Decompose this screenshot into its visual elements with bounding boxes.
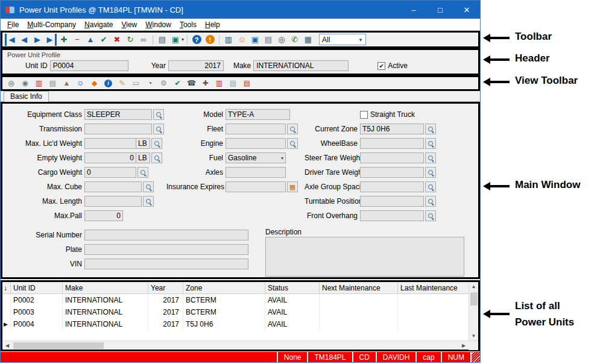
cargo-weight-lookup-button[interactable] — [137, 167, 148, 178]
make-field[interactable]: INTERNATIONAL — [253, 60, 349, 71]
edit-record-icon[interactable]: ▲ — [84, 34, 96, 46]
scroll-right-icon[interactable]: ▶ — [459, 341, 469, 350]
fleet-lookup-button[interactable] — [287, 124, 298, 134]
axle-group-spacing-lookup-button[interactable] — [425, 181, 436, 192]
user-icon[interactable]: ☺ — [236, 34, 248, 46]
wheelbase-lookup-button[interactable] — [425, 138, 436, 149]
column-header-unit-id[interactable]: Unit ID — [11, 282, 63, 293]
steer-tare-weight-field[interactable] — [360, 152, 424, 163]
terminal-icon[interactable]: ▥ — [223, 34, 235, 46]
column-header-last-maintenance[interactable]: Last Maintenance — [398, 282, 469, 293]
menu-help[interactable]: Help — [201, 20, 224, 29]
close-button[interactable]: ✕ — [453, 1, 480, 19]
menu-navigate[interactable]: Navigate — [80, 20, 117, 29]
about-icon[interactable]: ! — [204, 34, 216, 46]
preview-icon[interactable]: ◉ — [20, 78, 30, 89]
last-record-icon[interactable]: ▶ — [45, 34, 57, 46]
maintenance-icon[interactable]: ✚ — [200, 78, 210, 89]
empty-weight-lookup-button[interactable] — [151, 152, 162, 163]
axle-group-spacing-field[interactable] — [360, 181, 424, 192]
menu-file[interactable]: File — [3, 20, 23, 29]
list-row-p0004-current[interactable]: ▶ P0004 INTERNATIONAL 2017 T5J 0H6 AVAIL — [2, 318, 469, 330]
fuel-dropdown[interactable]: Gasoline▾ — [226, 152, 286, 163]
menu-window[interactable]: Window — [141, 20, 175, 29]
horizontal-scrollbar[interactable]: ◀ ▶ — [2, 340, 478, 350]
year-field[interactable]: 2017 — [168, 60, 224, 71]
turntable-position-lookup-button[interactable] — [425, 196, 436, 207]
tab-basic-info[interactable]: Basic Info — [4, 91, 49, 102]
resize-grip[interactable] — [470, 352, 480, 362]
link-icon[interactable]: ∞ — [137, 34, 150, 46]
serial-number-field[interactable] — [84, 230, 248, 240]
filter-combobox[interactable]: All ▾ — [319, 34, 366, 45]
menu-multi-company[interactable]: Multi-Company — [23, 20, 80, 29]
cargo-weight-field[interactable]: 0 — [84, 167, 136, 178]
print-icon[interactable]: ▤ — [156, 34, 168, 46]
truck-icon[interactable]: ▥ — [34, 78, 44, 89]
max-cube-lookup-button[interactable] — [143, 181, 154, 192]
drivers-icon[interactable]: ☺ — [75, 78, 86, 89]
fax-icon[interactable]: ▤ — [262, 34, 274, 46]
scroll-up-icon[interactable]: ▲ — [469, 282, 479, 291]
call-icon[interactable]: ✆ — [289, 34, 301, 46]
straight-truck-checkbox[interactable] — [360, 111, 368, 119]
transmission-field[interactable] — [84, 124, 152, 134]
display-options-caret-icon[interactable]: ▾ — [182, 37, 184, 42]
engine-field[interactable] — [226, 138, 286, 149]
search-icon[interactable]: ◎ — [6, 78, 16, 89]
equipment-class-field[interactable]: SLEEPER — [84, 109, 152, 120]
front-overhang-field[interactable] — [360, 210, 424, 221]
column-header-make[interactable]: Make — [63, 282, 148, 293]
model-field[interactable]: TYPE-A — [226, 109, 290, 120]
timer-icon[interactable]: ◔ — [145, 78, 155, 89]
max-licd-weight-lookup-button[interactable] — [151, 138, 162, 149]
next-record-icon[interactable]: ▶ — [31, 34, 43, 46]
phone-icon[interactable]: ☎ — [186, 78, 197, 89]
info-icon[interactable]: i — [103, 78, 113, 89]
trailer-icon[interactable]: ▭ — [131, 78, 141, 89]
maximize-button[interactable]: □ — [427, 1, 453, 19]
steer-tare-weight-lookup-button[interactable] — [425, 152, 436, 163]
current-zone-field[interactable]: T5J 0H6 — [360, 124, 424, 134]
horizontal-scroll-thumb[interactable] — [13, 342, 104, 349]
active-checkbox[interactable]: ✔ — [377, 62, 385, 70]
insurance-expires-datepicker-button[interactable]: ▦ — [287, 181, 298, 192]
max-cube-field[interactable] — [84, 181, 142, 192]
list-row-p0002[interactable]: P0002 INTERNATIONAL 2017 BCTERM AVAIL — [2, 294, 469, 306]
menu-tools[interactable]: Tools — [175, 20, 201, 29]
max-length-field[interactable] — [84, 196, 142, 207]
first-record-icon[interactable]: ◀ — [5, 34, 17, 46]
transmission-lookup-button[interactable] — [153, 124, 164, 134]
previous-record-icon[interactable]: ◀ — [18, 34, 30, 46]
vertical-scrollbar[interactable]: ▲ ▼ — [469, 282, 478, 340]
pdf-icon[interactable]: ▤ — [242, 78, 252, 89]
column-header-next-maintenance[interactable]: Next Maintenance — [320, 282, 398, 293]
vertical-scroll-thumb[interactable] — [470, 292, 478, 306]
max-length-lookup-button[interactable] — [143, 196, 154, 207]
max-pall-field[interactable]: 0 — [84, 210, 123, 221]
description-textarea[interactable] — [265, 237, 464, 277]
save-icon[interactable]: ▦ — [302, 34, 314, 46]
vin-field[interactable] — [84, 259, 248, 269]
equipment-class-lookup-button[interactable] — [153, 109, 164, 120]
refresh-icon[interactable]: ↻ — [124, 34, 136, 46]
document-icon[interactable]: ▤ — [228, 78, 238, 89]
cancel-edit-icon[interactable]: ✖ — [111, 34, 123, 46]
column-header-year[interactable]: Year — [148, 282, 183, 293]
insurance-expires-field[interactable] — [226, 181, 286, 192]
current-zone-lookup-button[interactable] — [425, 124, 436, 134]
search-icon[interactable]: ◎ — [276, 34, 288, 46]
workstation-icon[interactable]: ▣ — [249, 34, 261, 46]
engine-lookup-button[interactable] — [287, 138, 298, 149]
wheelbase-field[interactable] — [360, 138, 424, 149]
minimize-button[interactable]: – — [400, 1, 427, 19]
inspection-icon[interactable]: ✔ — [172, 78, 183, 89]
settings-icon[interactable]: ⚙ — [159, 78, 169, 89]
insert-record-icon[interactable]: ✚ — [58, 34, 70, 46]
column-header-zone[interactable]: Zone — [183, 282, 265, 293]
help-icon[interactable]: ? — [191, 34, 203, 46]
chevron-down-icon[interactable]: ▾ — [356, 37, 365, 43]
fleet-truck-icon[interactable]: ▥ — [214, 78, 224, 89]
list-row-p0003[interactable]: P0003 INTERNATIONAL 2017 BCTERM AVAIL — [2, 306, 469, 318]
scale-icon[interactable]: ▲ — [62, 78, 72, 89]
